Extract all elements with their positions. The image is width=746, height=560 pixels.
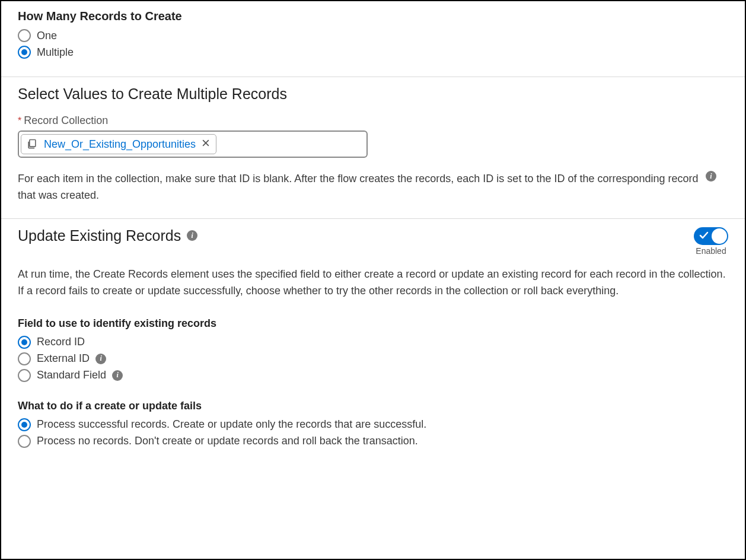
collection-icon bbox=[25, 137, 39, 151]
toggle-status-label: Enabled bbox=[696, 246, 726, 256]
radio-label: Process no records. Don't create or upda… bbox=[37, 435, 418, 447]
info-icon[interactable]: i bbox=[706, 171, 716, 182]
radio-label: Multiple bbox=[37, 46, 74, 59]
radio-icon bbox=[18, 29, 31, 42]
info-icon[interactable]: i bbox=[187, 230, 197, 241]
radio-icon bbox=[18, 336, 31, 349]
section-update-existing: Update Existing Records i Enabled At run… bbox=[1, 218, 745, 466]
update-existing-toggle-wrap: Enabled bbox=[694, 227, 728, 256]
info-icon[interactable]: i bbox=[112, 370, 123, 381]
update-existing-heading: Update Existing Records bbox=[18, 227, 181, 244]
record-collection-pill[interactable]: New_Or_Existing_Opportunities bbox=[21, 134, 216, 154]
section-how-many: How Many Records to Create OneMultiple bbox=[1, 1, 745, 77]
collection-help-text: For each item in the collection, make su… bbox=[18, 173, 699, 201]
radio-dot bbox=[21, 49, 27, 55]
radio-dot bbox=[21, 422, 27, 428]
radio-option[interactable]: One bbox=[18, 29, 728, 42]
svg-rect-0 bbox=[30, 140, 36, 147]
radio-icon bbox=[18, 369, 31, 382]
identify-field-radio-group: Record IDExternal IDiStandard Fieldi bbox=[18, 336, 728, 382]
radio-icon bbox=[18, 352, 31, 365]
update-existing-title-row: Update Existing Records i bbox=[18, 227, 197, 244]
record-collection-label: Record Collection bbox=[24, 114, 108, 127]
toggle-knob bbox=[712, 228, 727, 244]
info-icon[interactable]: i bbox=[95, 354, 106, 364]
radio-icon bbox=[18, 418, 31, 431]
record-collection-value: New_Or_Existing_Opportunities bbox=[44, 138, 196, 151]
update-existing-description: At run time, the Create Records element … bbox=[18, 266, 728, 300]
radio-option[interactable]: Process successful records. Create or up… bbox=[18, 418, 728, 431]
clear-pill-icon[interactable] bbox=[200, 138, 211, 150]
radio-icon bbox=[18, 46, 31, 59]
check-icon bbox=[699, 230, 709, 240]
required-indicator: * bbox=[18, 116, 21, 126]
config-panel: How Many Records to Create OneMultiple S… bbox=[0, 0, 746, 560]
radio-option[interactable]: Process no records. Don't create or upda… bbox=[18, 435, 728, 448]
radio-label: Standard Field bbox=[37, 369, 106, 381]
radio-label: One bbox=[37, 30, 57, 42]
select-values-heading: Select Values to Create Multiple Records bbox=[18, 85, 728, 103]
record-collection-input[interactable]: New_Or_Existing_Opportunities bbox=[18, 131, 368, 158]
collection-help-text-wrap: For each item in the collection, make su… bbox=[18, 171, 728, 204]
update-existing-header: Update Existing Records i Enabled bbox=[18, 227, 728, 256]
radio-option[interactable]: Record ID bbox=[18, 336, 728, 349]
identify-field-group: Field to use to identify existing record… bbox=[18, 317, 728, 382]
on-fail-heading: What to do if a create or update fails bbox=[18, 400, 728, 412]
identify-field-heading: Field to use to identify existing record… bbox=[18, 317, 728, 330]
on-fail-group: What to do if a create or update fails P… bbox=[18, 400, 728, 448]
radio-label: Record ID bbox=[37, 336, 85, 348]
on-fail-radio-group: Process successful records. Create or up… bbox=[18, 418, 728, 448]
radio-dot bbox=[21, 339, 27, 345]
radio-option[interactable]: Multiple bbox=[18, 46, 728, 59]
update-existing-toggle[interactable] bbox=[694, 227, 728, 245]
radio-label: Process successful records. Create or up… bbox=[37, 418, 426, 431]
how-many-radio-group: OneMultiple bbox=[18, 29, 728, 59]
radio-option[interactable]: Standard Fieldi bbox=[18, 369, 728, 382]
radio-icon bbox=[18, 435, 31, 448]
radio-option[interactable]: External IDi bbox=[18, 352, 728, 365]
record-collection-label-row: * Record Collection bbox=[18, 114, 728, 127]
how-many-heading: How Many Records to Create bbox=[18, 9, 728, 23]
radio-label: External ID bbox=[37, 352, 90, 365]
section-select-values: Select Values to Create Multiple Records… bbox=[1, 77, 745, 218]
